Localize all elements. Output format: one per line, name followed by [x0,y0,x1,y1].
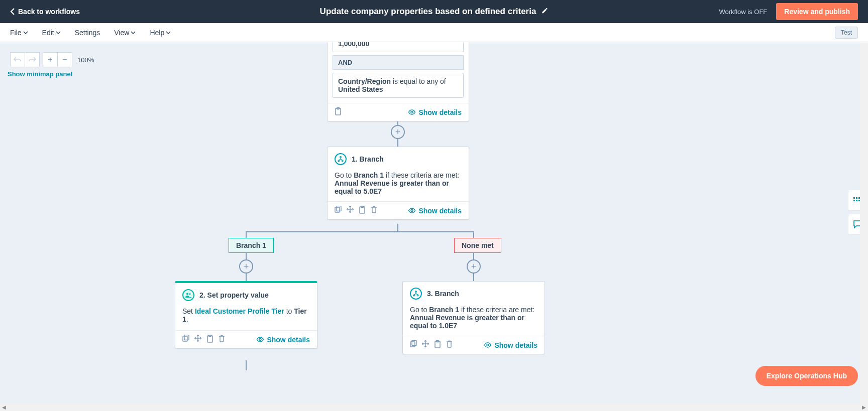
workflow-status: Workflow is OFF [719,8,767,16]
svg-rect-14 [335,207,340,212]
eye-icon [408,208,416,213]
trash-icon[interactable] [371,206,377,215]
chevron-down-icon [23,31,28,34]
branch-node-3[interactable]: 3. Branch Go to Branch 1 if these criter… [402,281,545,354]
move-icon[interactable] [347,206,354,215]
eye-icon [256,337,264,342]
svg-point-25 [259,339,261,341]
menu-view[interactable]: View [114,29,136,37]
clipboard-icon[interactable] [434,340,441,350]
page-title-wrap: Update company properties based on defin… [320,7,549,17]
contacts-icon [182,289,194,301]
add-action-button-left[interactable]: + [239,259,253,273]
scroll-left-icon[interactable]: ◀ [1,403,7,411]
canvas-wrap: + − 100% Show minimap panel 1,0 [0,42,868,411]
property-link[interactable]: Ideal Customer Profile Tier [195,307,284,315]
menu-edit[interactable]: Edit [42,29,61,37]
action-2-header: 2. Set property value [175,283,317,301]
branch-1-footer: Show details [328,201,469,219]
action-2-show-details[interactable]: Show details [256,336,310,344]
add-action-button-right[interactable]: + [467,259,481,273]
copy-icon[interactable] [410,340,417,350]
connector [246,231,474,232]
menu-help[interactable]: Help [150,29,171,37]
branch-1-title: 1. Branch [352,155,384,163]
branch-3-header: 3. Branch [403,282,545,300]
svg-point-33 [487,344,489,346]
svg-point-10 [411,111,413,113]
move-icon[interactable] [422,340,429,350]
workflow-canvas[interactable]: 1,000,000 AND Country/Region is equal to… [0,42,868,411]
svg-point-19 [186,293,188,295]
clipboard-icon[interactable] [359,206,366,215]
eye-icon [484,342,492,348]
clipboard-icon[interactable] [335,107,342,117]
trigger-and-pill: AND [333,55,464,70]
chevron-down-icon [166,31,171,34]
back-label: Back to workflows [18,8,80,16]
branch-1-show-details[interactable]: Show details [408,207,462,215]
connector [397,139,398,147]
trigger-show-details[interactable]: Show details [408,108,462,116]
branch-3-show-details[interactable]: Show details [484,341,537,349]
svg-rect-15 [337,206,341,211]
action-2-footer: Show details [175,330,317,348]
trigger-footer: Show details [328,103,469,121]
chevron-left-icon [10,8,15,15]
add-action-button[interactable]: + [391,125,405,139]
vertical-scrollbar[interactable] [860,42,868,403]
horizontal-scrollbar[interactable]: ◀ ▶ [0,403,868,411]
menubar: File Edit Settings View Help Test [0,23,868,42]
trash-icon[interactable] [219,335,225,344]
back-to-workflows-link[interactable]: Back to workflows [10,8,80,16]
svg-rect-29 [410,342,415,347]
branch-label-1[interactable]: Branch 1 [229,238,274,253]
svg-rect-30 [412,341,416,346]
chevron-down-icon [56,31,61,34]
svg-point-26 [415,291,417,293]
page-title: Update company properties based on defin… [320,7,536,17]
action-2-title: 2. Set property value [199,291,269,299]
scroll-right-icon[interactable]: ▶ [861,403,867,411]
connector [246,360,247,370]
trigger-criteria-2: Country/Region is equal to any of United… [333,73,464,98]
branch-icon [410,288,422,300]
trigger-node[interactable]: 1,000,000 AND Country/Region is equal to… [327,42,469,121]
clipboard-icon[interactable] [206,335,213,344]
connector [397,224,398,232]
edit-title-icon[interactable] [541,7,548,17]
chevron-down-icon [131,31,136,34]
set-property-node[interactable]: 2. Set property value Set Ideal Customer… [175,281,317,349]
svg-point-20 [189,293,190,295]
branch-3-body: Go to Branch 1 if these criteria are met… [403,300,545,336]
branch-3-footer: Show details [403,336,545,354]
svg-rect-21 [183,336,187,341]
review-publish-button[interactable]: Review and publish [776,3,858,20]
branch-1-header: 1. Branch [328,147,469,165]
move-icon[interactable] [194,335,201,344]
svg-point-11 [340,157,342,158]
topbar: Back to workflows Update company propert… [0,0,868,23]
menu-settings[interactable]: Settings [75,29,100,37]
branch-node-1[interactable]: 1. Branch Go to Branch 1 if these criter… [327,147,469,220]
copy-icon[interactable] [182,335,189,344]
test-button[interactable]: Test [835,27,858,39]
trigger-criteria-1: 1,000,000 [333,42,464,52]
branch-label-none-met[interactable]: None met [454,238,501,253]
eye-icon [408,109,416,115]
svg-point-18 [411,210,413,212]
menu-file[interactable]: File [10,29,28,37]
branch-1-body: Go to Branch 1 if these criteria are met… [328,165,469,201]
svg-rect-22 [184,335,189,340]
copy-icon[interactable] [335,206,342,215]
trash-icon[interactable] [446,340,453,350]
explore-operations-hub-button[interactable]: Explore Operations Hub [755,366,858,386]
topbar-right: Workflow is OFF Review and publish [719,3,858,20]
branch-icon [335,153,347,165]
action-2-body: Set Ideal Customer Profile Tier to Tier … [175,301,317,330]
branch-3-title: 3. Branch [427,290,459,298]
